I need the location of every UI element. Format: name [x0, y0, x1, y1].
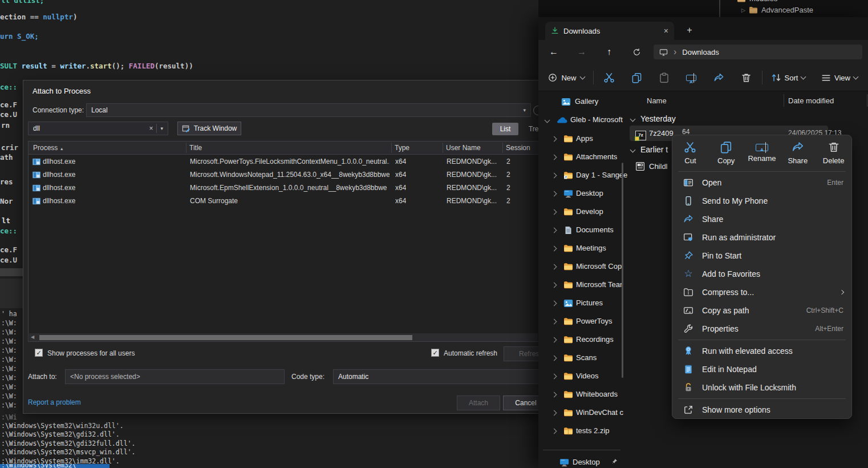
column-header-title[interactable]: Title: [189, 144, 202, 152]
menu-item-add-to-favorites[interactable]: ☆ Add to Favorites: [672, 265, 851, 283]
chevron-right-icon[interactable]: [551, 410, 557, 415]
copy-button[interactable]: Copy: [709, 141, 743, 165]
column-header-session[interactable]: Session: [506, 144, 530, 152]
attach-button[interactable]: Attach: [457, 396, 500, 410]
chevron-right-icon[interactable]: [551, 318, 557, 324]
tree-item-modules[interactable]: modules: [737, 0, 777, 3]
scrollbar-thumb[interactable]: [39, 335, 412, 340]
close-icon[interactable]: ×: [664, 26, 668, 35]
breadcrumb[interactable]: Downloads: [682, 48, 719, 57]
sidebar-item-scans[interactable]: Scans: [538, 350, 625, 366]
automatic-refresh-checkbox[interactable]: ✓: [431, 349, 439, 357]
sidebar-item-pinned-desktop[interactable]: Desktop: [538, 454, 625, 468]
chevron-right-icon[interactable]: [551, 355, 557, 361]
sidebar-item-onedrive[interactable]: Gleb - Microsoft: [538, 112, 625, 128]
sidebar-item-day1[interactable]: Day 1 - Sangee: [538, 167, 625, 183]
sidebar-item-microsoft-tear[interactable]: Microsoft Tear: [538, 277, 625, 293]
share-button[interactable]: [707, 69, 730, 86]
show-all-users-checkbox[interactable]: ✓: [35, 349, 43, 357]
chevron-right-icon[interactable]: [551, 154, 557, 160]
menu-item-run-as-administrator[interactable]: Run as administrator: [672, 228, 851, 247]
chevron-right-icon[interactable]: [551, 136, 557, 142]
attach-to-field[interactable]: <No process selected>: [65, 369, 285, 384]
chevron-down-icon[interactable]: ▾: [523, 107, 526, 113]
back-button[interactable]: ←: [546, 45, 562, 59]
menu-item-share[interactable]: Share: [672, 210, 851, 228]
menu-item-run-with-elevated-access[interactable]: Run with elevated access: [672, 342, 851, 360]
tree-expander-icon[interactable]: ▷: [741, 7, 745, 13]
clear-icon[interactable]: ×: [149, 124, 153, 132]
chevron-right-icon[interactable]: [551, 373, 557, 379]
cut-button[interactable]: Cut: [674, 141, 707, 165]
track-window-button[interactable]: Track Window: [177, 122, 241, 135]
connection-type-combobox[interactable]: Local ▾: [86, 103, 531, 117]
menu-item-send-to-phone[interactable]: Send to My Phone: [672, 192, 851, 210]
cut-button[interactable]: [598, 69, 620, 86]
table-row[interactable]: dllhost.exe COM Surrogate x64 REDMOND\gk…: [29, 195, 538, 208]
column-header-date[interactable]: Date modified: [788, 96, 834, 105]
view-list-button[interactable]: List: [492, 123, 518, 135]
sidebar-item-documents[interactable]: Documents: [538, 222, 625, 238]
sidebar-item-apps[interactable]: Apps: [538, 131, 625, 147]
forward-button[interactable]: →: [574, 45, 590, 59]
chevron-right-icon[interactable]: [551, 245, 557, 251]
scroll-left-icon[interactable]: ◀: [31, 334, 34, 340]
sidebar-item-desktop[interactable]: Desktop: [538, 185, 625, 201]
sidebar-item-whiteboards[interactable]: Whiteboards: [538, 386, 625, 402]
chevron-right-icon[interactable]: [551, 337, 557, 342]
sidebar-item-meetings[interactable]: Meetings: [538, 240, 625, 256]
sidebar-item-attachments[interactable]: Attachments: [538, 149, 625, 165]
sidebar-item-tests-zip[interactable]: tests 2.zip: [538, 423, 625, 439]
chevron-right-icon[interactable]: [551, 300, 557, 306]
sidebar-item-powertoys[interactable]: PowerToys: [538, 313, 625, 329]
up-button[interactable]: ↑: [601, 45, 617, 59]
sidebar-item-recordings[interactable]: Recordings: [538, 332, 625, 348]
tab-downloads[interactable]: Downloads ×: [545, 22, 674, 40]
column-header-name[interactable]: Name: [647, 96, 667, 105]
menu-item-show-more-options[interactable]: Show more options: [672, 401, 851, 419]
sidebar-item-develop[interactable]: Develop: [538, 204, 625, 220]
sidebar-item-pictures[interactable]: Pictures: [538, 295, 625, 311]
menu-item-properties[interactable]: Properties Alt+Enter: [672, 320, 851, 338]
menu-item-unlock-file-locksmith[interactable]: Unlock with File Locksmith: [672, 378, 851, 397]
chevron-down-icon[interactable]: [545, 117, 550, 123]
chevron-right-icon[interactable]: [551, 191, 557, 196]
group-header-yesterday[interactable]: Yesterday: [631, 114, 676, 123]
chevron-right-icon[interactable]: [551, 264, 557, 269]
new-tab-button[interactable]: +: [682, 23, 697, 38]
chevron-right-icon[interactable]: [551, 392, 557, 397]
table-row[interactable]: dllhost.exe Microsoft.PowerToys.FileLock…: [29, 155, 538, 168]
menu-item-edit-in-notepad[interactable]: Edit in Notepad: [672, 360, 851, 378]
report-problem-link[interactable]: Report a problem: [28, 398, 81, 406]
menu-item-open[interactable]: Open Enter: [672, 174, 851, 192]
sidebar-item-videos[interactable]: Videos: [538, 368, 625, 384]
chevron-right-icon[interactable]: [551, 227, 557, 233]
rename-button[interactable]: A: [680, 69, 703, 86]
menu-item-copy-as-path[interactable]: Copy as path Ctrl+Shift+C: [672, 301, 851, 320]
menu-item-pin-to-start[interactable]: Pin to Start: [672, 247, 851, 265]
chevron-down-icon[interactable]: ▾: [160, 126, 163, 131]
share-button[interactable]: Share: [781, 141, 814, 165]
column-header-type[interactable]: Type: [395, 144, 409, 152]
chevron-right-icon[interactable]: [551, 282, 557, 288]
menu-item-compress-to[interactable]: Compress to...: [672, 283, 851, 301]
sidebar-scrollbar[interactable]: [622, 163, 623, 378]
chevron-right-icon[interactable]: [551, 172, 557, 178]
horizontal-scrollbar[interactable]: ◀: [29, 333, 538, 341]
new-button[interactable]: New: [544, 70, 589, 86]
delete-button[interactable]: [735, 69, 757, 86]
table-row[interactable]: dllhost.exe Microsoft.WindowsNotepad_11.…: [29, 168, 538, 181]
tree-item-advancedpaste[interactable]: ▷ AdvancedPaste: [741, 6, 813, 14]
paste-button[interactable]: [652, 69, 675, 86]
delete-button[interactable]: Delete: [817, 141, 850, 165]
refresh-button[interactable]: [628, 45, 644, 59]
rename-button[interactable]: A Rename: [745, 144, 778, 163]
chevron-right-icon[interactable]: [551, 428, 557, 434]
column-header-process[interactable]: Process ▲: [33, 144, 64, 152]
sidebar-item-microsoft-cop[interactable]: Microsoft Cop: [538, 259, 625, 275]
scrollbar[interactable]: [719, 0, 720, 17]
process-filter-input[interactable]: dll × ▾: [28, 122, 168, 135]
chevron-right-icon[interactable]: [551, 209, 557, 215]
sidebar-item-gallery[interactable]: Gallery: [538, 94, 625, 110]
column-header-user[interactable]: User Name: [446, 144, 481, 152]
